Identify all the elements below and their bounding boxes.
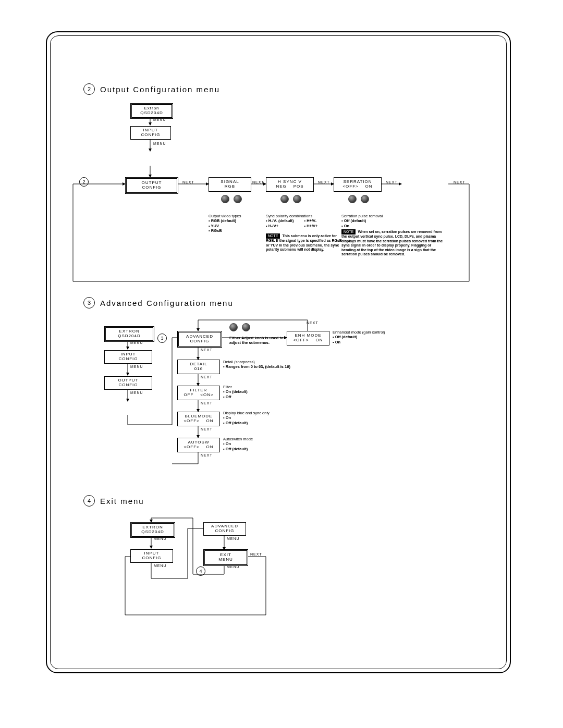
output-video-desc: Output video types • RGB (default) • YUV…: [209, 214, 241, 233]
hsync-box: H SYNC V NEG POS: [266, 177, 314, 192]
serration-desc: Serration pulse removal • Off (default) …: [341, 214, 383, 228]
menu-label: MENU: [227, 537, 240, 540]
next-label: NEXT: [250, 552, 262, 556]
enh-mode-box: ENH MODE <OFF> ON: [287, 331, 329, 346]
marker-4: 4: [196, 566, 205, 576]
section-3-badge: 3: [83, 297, 95, 309]
menu-label: MENU: [227, 565, 240, 569]
section-4-badge: 4: [83, 495, 95, 507]
menu-label: MENU: [153, 142, 166, 145]
output-config-box: OUTPUT CONFIG: [104, 376, 152, 390]
bluemode-desc: Display blue and sync only • On • Off (d…: [223, 411, 270, 425]
next-label: NEXT: [201, 401, 213, 405]
adjust-knobs-icon: [280, 195, 301, 203]
adjust-knobs-icon: [348, 195, 369, 203]
next-label: NEXT: [252, 180, 264, 184]
enh-desc: Enhanced mode (gain control) • Off (defa…: [333, 330, 385, 344]
next-label: NEXT: [318, 180, 330, 184]
exit-menu-box: EXIT MENU: [203, 549, 248, 566]
next-label: NEXT: [201, 453, 213, 457]
next-label: NEXT: [201, 375, 213, 379]
detail-desc: Detail (sharpness) • Ranges from 0 to 63…: [223, 360, 290, 369]
next-label: NEXT: [454, 180, 466, 184]
sync-combos-desc: Sync polarity combinations • H-/V- (defa…: [266, 214, 344, 228]
section-3-title: Advanced Configuration menu: [100, 299, 234, 307]
advanced-config-box: ADVANCED CONFIG: [203, 522, 246, 536]
menu-label: MENU: [153, 118, 166, 121]
menu-label: MENU: [130, 391, 143, 394]
sync-note: NOTEThis submenu is only active for RGB.…: [266, 233, 344, 252]
lcd-root-box: EXTRON QSD204D: [104, 326, 154, 342]
lcd-root-box: EXTRON QSD204D: [130, 522, 175, 538]
next-label: NEXT: [386, 180, 398, 184]
next-label: NEXT: [201, 427, 213, 431]
menu-label: MENU: [154, 537, 167, 540]
autosw-box: AUTOSW <OFF> ON: [177, 438, 220, 452]
section-4-title: Exit menu: [100, 497, 144, 505]
lcd-root-box: Extron QSD204D: [130, 103, 173, 119]
menu-label: MENU: [154, 564, 167, 567]
filter-box: FILTER OFF <ON>: [177, 386, 220, 400]
section-2-badge: 2: [83, 83, 95, 95]
diagram-advanced-config: 3 EXTRON QSD204D MENU INPUT CONFIG MENU …: [57, 313, 500, 490]
input-config-box: INPUT CONFIG: [104, 350, 152, 364]
input-config-box: INPUT CONFIG: [130, 549, 173, 563]
advanced-config-box: ADVANCED CONFIG: [177, 331, 222, 348]
diagram-output-config: 2 Extron QSD204D MENU INPUT CONFIG MENU …: [57, 99, 500, 287]
next-label: NEXT: [182, 180, 194, 184]
serration-box: SERRATION <OFF> ON: [334, 177, 382, 192]
next-label: NEXT: [201, 348, 213, 352]
autosw-desc: Autoswitch mode • On • Off (default): [223, 437, 253, 451]
marker-3: 3: [157, 334, 167, 343]
menu-label: MENU: [130, 365, 143, 368]
adjust-knobs-icon: [229, 323, 250, 331]
menu-label: MENU: [130, 341, 143, 344]
diagram-exit: EXTRON QSD204D MENU INPUT CONFIG MENU AD…: [57, 511, 500, 636]
adjust-knobs-icon: [221, 195, 242, 203]
next-label: NEXT: [307, 321, 319, 325]
serration-note: NOTEWhen set on, serration pulses are re…: [341, 229, 446, 256]
page-content: 2 Output Configuration menu: [57, 42, 500, 662]
bluemode-box: BLUEMODE <OFF> ON: [177, 412, 220, 426]
marker-2: 2: [79, 177, 89, 187]
filter-desc: Filter • On (default) • Off: [223, 385, 248, 399]
knob-note: Either Adjust knob is used to adjust the…: [229, 336, 287, 346]
signal-box: SIGNAL RGB: [209, 177, 251, 192]
input-config-box: INPUT CONFIG: [130, 126, 171, 140]
output-config-box: OUTPUT CONFIG: [125, 177, 178, 194]
detail-box: DETAIL 016: [177, 360, 220, 374]
section-2-title: Output Configuration menu: [100, 85, 220, 94]
